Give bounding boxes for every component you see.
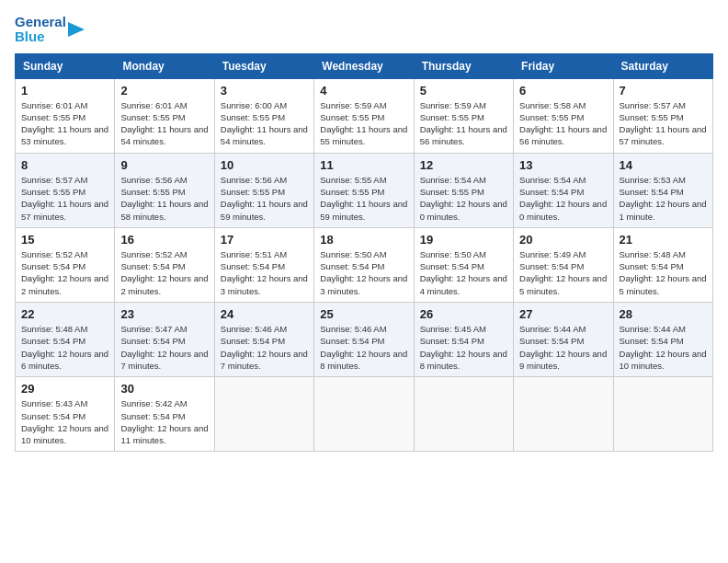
calendar-cell	[314, 377, 414, 452]
page-header: General Blue	[15, 15, 713, 44]
day-number: 5	[420, 84, 507, 98]
calendar-cell: 24Sunrise: 5:46 AMSunset: 5:54 PMDayligh…	[214, 303, 313, 377]
day-number: 14	[620, 158, 707, 172]
day-number: 25	[320, 307, 407, 321]
day-info: Sunrise: 6:01 AMSunset: 5:55 PMDaylight:…	[21, 99, 108, 148]
calendar-cell: 12Sunrise: 5:54 AMSunset: 5:55 PMDayligh…	[414, 153, 513, 227]
calendar-cell: 22Sunrise: 5:48 AMSunset: 5:54 PMDayligh…	[16, 303, 115, 377]
day-info: Sunrise: 5:44 AMSunset: 5:54 PMDaylight:…	[620, 323, 707, 372]
day-number: 4	[320, 84, 407, 98]
calendar-cell: 20Sunrise: 5:49 AMSunset: 5:54 PMDayligh…	[514, 227, 613, 302]
day-info: Sunrise: 6:00 AMSunset: 5:55 PMDaylight:…	[221, 99, 308, 148]
day-number: 6	[519, 84, 607, 98]
day-number: 2	[120, 84, 208, 98]
day-info: Sunrise: 5:53 AMSunset: 5:54 PMDaylight:…	[620, 174, 707, 223]
day-number: 24	[221, 307, 308, 321]
logo-text-line1: General	[15, 15, 66, 29]
calendar-cell: 11Sunrise: 5:55 AMSunset: 5:55 PMDayligh…	[314, 153, 414, 227]
day-info: Sunrise: 5:42 AMSunset: 5:54 PMDaylight:…	[120, 397, 208, 446]
calendar-cell: 7Sunrise: 5:57 AMSunset: 5:55 PMDaylight…	[613, 78, 712, 153]
day-number: 8	[21, 158, 108, 172]
calendar-cell: 26Sunrise: 5:45 AMSunset: 5:54 PMDayligh…	[414, 303, 513, 377]
weekday-header-monday: Monday	[115, 53, 214, 78]
day-number: 21	[620, 233, 707, 247]
day-info: Sunrise: 5:56 AMSunset: 5:55 PMDaylight:…	[221, 174, 308, 223]
day-info: Sunrise: 5:56 AMSunset: 5:55 PMDaylight:…	[120, 174, 208, 223]
day-number: 28	[620, 307, 707, 321]
logo: General Blue	[15, 15, 85, 44]
calendar-cell: 21Sunrise: 5:48 AMSunset: 5:54 PMDayligh…	[613, 227, 712, 302]
day-number: 12	[420, 158, 507, 172]
day-number: 17	[221, 233, 308, 247]
logo-text-line2: Blue	[15, 29, 66, 44]
day-info: Sunrise: 5:46 AMSunset: 5:54 PMDaylight:…	[320, 323, 407, 372]
day-number: 7	[620, 84, 707, 98]
calendar-header: SundayMondayTuesdayWednesdayThursdayFrid…	[16, 53, 713, 78]
day-info: Sunrise: 5:52 AMSunset: 5:54 PMDaylight:…	[120, 248, 208, 297]
day-info: Sunrise: 5:54 AMSunset: 5:55 PMDaylight:…	[420, 174, 507, 223]
day-info: Sunrise: 5:43 AMSunset: 5:54 PMDaylight:…	[21, 397, 108, 446]
day-info: Sunrise: 5:45 AMSunset: 5:54 PMDaylight:…	[420, 323, 507, 372]
calendar-cell: 29Sunrise: 5:43 AMSunset: 5:54 PMDayligh…	[16, 377, 115, 452]
calendar-cell: 27Sunrise: 5:44 AMSunset: 5:54 PMDayligh…	[514, 303, 613, 377]
calendar-cell: 2Sunrise: 6:01 AMSunset: 5:55 PMDaylight…	[115, 78, 214, 153]
day-info: Sunrise: 5:57 AMSunset: 5:55 PMDaylight:…	[21, 174, 108, 223]
day-info: Sunrise: 5:54 AMSunset: 5:54 PMDaylight:…	[519, 174, 607, 223]
weekday-header-tuesday: Tuesday	[214, 53, 313, 78]
day-info: Sunrise: 5:51 AMSunset: 5:54 PMDaylight:…	[221, 248, 308, 297]
calendar-cell	[214, 377, 313, 452]
calendar-cell: 17Sunrise: 5:51 AMSunset: 5:54 PMDayligh…	[214, 227, 313, 302]
day-info: Sunrise: 5:48 AMSunset: 5:54 PMDaylight:…	[21, 323, 108, 372]
calendar-week-4: 22Sunrise: 5:48 AMSunset: 5:54 PMDayligh…	[16, 303, 713, 377]
day-info: Sunrise: 5:50 AMSunset: 5:54 PMDaylight:…	[320, 248, 407, 297]
day-info: Sunrise: 5:58 AMSunset: 5:55 PMDaylight:…	[519, 99, 607, 148]
calendar-week-5: 29Sunrise: 5:43 AMSunset: 5:54 PMDayligh…	[16, 377, 713, 452]
calendar-cell: 14Sunrise: 5:53 AMSunset: 5:54 PMDayligh…	[613, 153, 712, 227]
day-number: 23	[120, 307, 208, 321]
calendar-cell: 13Sunrise: 5:54 AMSunset: 5:54 PMDayligh…	[514, 153, 613, 227]
day-info: Sunrise: 5:59 AMSunset: 5:55 PMDaylight:…	[420, 99, 507, 148]
weekday-header-thursday: Thursday	[414, 53, 513, 78]
logo-triangle-icon	[68, 17, 85, 42]
calendar-week-1: 1Sunrise: 6:01 AMSunset: 5:55 PMDaylight…	[16, 78, 713, 153]
calendar-cell: 25Sunrise: 5:46 AMSunset: 5:54 PMDayligh…	[314, 303, 414, 377]
calendar-table: SundayMondayTuesdayWednesdayThursdayFrid…	[15, 53, 713, 453]
day-number: 1	[21, 84, 108, 98]
calendar-cell: 9Sunrise: 5:56 AMSunset: 5:55 PMDaylight…	[115, 153, 214, 227]
calendar-week-3: 15Sunrise: 5:52 AMSunset: 5:54 PMDayligh…	[16, 227, 713, 302]
calendar-cell: 8Sunrise: 5:57 AMSunset: 5:55 PMDaylight…	[16, 153, 115, 227]
weekday-header-wednesday: Wednesday	[314, 53, 414, 78]
svg-marker-0	[68, 22, 85, 37]
calendar-cell	[613, 377, 712, 452]
calendar-cell: 18Sunrise: 5:50 AMSunset: 5:54 PMDayligh…	[314, 227, 414, 302]
day-info: Sunrise: 5:46 AMSunset: 5:54 PMDaylight:…	[221, 323, 308, 372]
calendar-cell: 3Sunrise: 6:00 AMSunset: 5:55 PMDaylight…	[214, 78, 313, 153]
day-number: 15	[21, 233, 108, 247]
weekday-header-saturday: Saturday	[613, 53, 712, 78]
day-number: 26	[420, 307, 507, 321]
day-number: 13	[519, 158, 607, 172]
calendar-cell: 23Sunrise: 5:47 AMSunset: 5:54 PMDayligh…	[115, 303, 214, 377]
day-info: Sunrise: 5:55 AMSunset: 5:55 PMDaylight:…	[320, 174, 407, 223]
day-number: 3	[221, 84, 308, 98]
calendar-cell: 6Sunrise: 5:58 AMSunset: 5:55 PMDaylight…	[514, 78, 613, 153]
day-number: 27	[519, 307, 607, 321]
day-number: 19	[420, 233, 507, 247]
calendar-cell: 30Sunrise: 5:42 AMSunset: 5:54 PMDayligh…	[115, 377, 214, 452]
day-number: 9	[120, 158, 208, 172]
day-info: Sunrise: 5:48 AMSunset: 5:54 PMDaylight:…	[620, 248, 707, 297]
day-number: 20	[519, 233, 607, 247]
weekday-header-sunday: Sunday	[16, 53, 115, 78]
calendar-cell: 15Sunrise: 5:52 AMSunset: 5:54 PMDayligh…	[16, 227, 115, 302]
calendar-week-2: 8Sunrise: 5:57 AMSunset: 5:55 PMDaylight…	[16, 153, 713, 227]
calendar-cell: 19Sunrise: 5:50 AMSunset: 5:54 PMDayligh…	[414, 227, 513, 302]
calendar-cell: 4Sunrise: 5:59 AMSunset: 5:55 PMDaylight…	[314, 78, 414, 153]
day-info: Sunrise: 5:49 AMSunset: 5:54 PMDaylight:…	[519, 248, 607, 297]
day-info: Sunrise: 5:59 AMSunset: 5:55 PMDaylight:…	[320, 99, 407, 148]
day-number: 10	[221, 158, 308, 172]
day-info: Sunrise: 5:52 AMSunset: 5:54 PMDaylight:…	[21, 248, 108, 297]
calendar-cell: 1Sunrise: 6:01 AMSunset: 5:55 PMDaylight…	[16, 78, 115, 153]
calendar-cell: 5Sunrise: 5:59 AMSunset: 5:55 PMDaylight…	[414, 78, 513, 153]
day-number: 16	[120, 233, 208, 247]
calendar-cell: 16Sunrise: 5:52 AMSunset: 5:54 PMDayligh…	[115, 227, 214, 302]
